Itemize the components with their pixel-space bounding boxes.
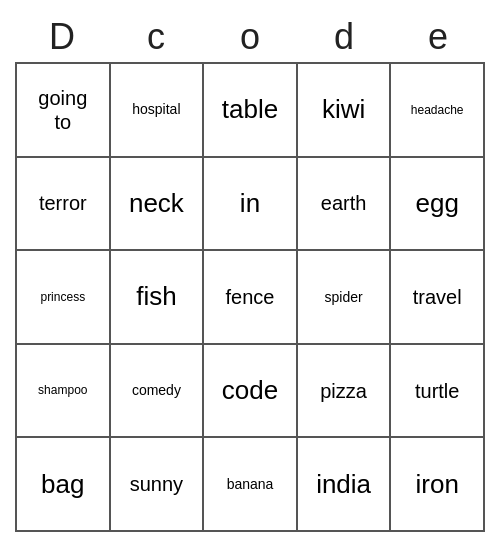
grid-cell-4-0: bag xyxy=(17,438,111,532)
cell-text-1-3: earth xyxy=(321,191,367,215)
grid-cell-3-1: comedy xyxy=(111,345,205,439)
grid-cell-0-3: kiwi xyxy=(298,64,392,158)
cell-text-0-0: goingto xyxy=(38,86,87,134)
cell-text-4-0: bag xyxy=(41,469,84,500)
grid-cell-0-4: headache xyxy=(391,64,485,158)
grid-cell-1-1: neck xyxy=(111,158,205,252)
cell-text-2-0: princess xyxy=(40,290,85,304)
grid-cell-1-3: earth xyxy=(298,158,392,252)
cell-text-4-3: india xyxy=(316,469,371,500)
grid-cell-2-0: princess xyxy=(17,251,111,345)
cell-text-0-4: headache xyxy=(411,103,464,117)
grid-cell-1-4: egg xyxy=(391,158,485,252)
header-letter-0: D xyxy=(15,16,109,58)
grid-cell-0-0: goingto xyxy=(17,64,111,158)
grid-cell-3-4: turtle xyxy=(391,345,485,439)
cell-text-3-0: shampoo xyxy=(38,383,87,397)
grid-cell-3-3: pizza xyxy=(298,345,392,439)
cell-text-2-1: fish xyxy=(136,281,176,312)
header-letter-2: o xyxy=(203,16,297,58)
cell-text-4-1: sunny xyxy=(130,472,183,496)
bingo-card: Dcode goingtohospitaltablekiwiheadachete… xyxy=(15,12,485,532)
header-letter-1: c xyxy=(109,16,203,58)
cell-text-1-1: neck xyxy=(129,188,184,219)
grid-cell-0-2: table xyxy=(204,64,298,158)
cell-text-2-4: travel xyxy=(413,285,462,309)
cell-text-0-2: table xyxy=(222,94,278,125)
bingo-header: Dcode xyxy=(15,12,485,62)
grid-cell-2-2: fence xyxy=(204,251,298,345)
cell-text-3-3: pizza xyxy=(320,379,367,403)
grid-cell-4-1: sunny xyxy=(111,438,205,532)
cell-text-1-4: egg xyxy=(415,188,458,219)
cell-text-3-2: code xyxy=(222,375,278,406)
cell-text-2-3: spider xyxy=(325,289,363,306)
cell-text-0-1: hospital xyxy=(132,101,180,118)
grid-cell-2-3: spider xyxy=(298,251,392,345)
cell-text-1-2: in xyxy=(240,188,260,219)
cell-text-4-2: banana xyxy=(227,476,274,493)
grid-cell-2-1: fish xyxy=(111,251,205,345)
header-letter-3: d xyxy=(297,16,391,58)
grid-cell-2-4: travel xyxy=(391,251,485,345)
grid-cell-4-2: banana xyxy=(204,438,298,532)
cell-text-3-1: comedy xyxy=(132,382,181,399)
grid-cell-4-4: iron xyxy=(391,438,485,532)
grid-cell-4-3: india xyxy=(298,438,392,532)
cell-text-3-4: turtle xyxy=(415,379,459,403)
grid-cell-3-0: shampoo xyxy=(17,345,111,439)
cell-text-0-3: kiwi xyxy=(322,94,365,125)
grid-cell-1-2: in xyxy=(204,158,298,252)
bingo-grid: goingtohospitaltablekiwiheadacheterrorne… xyxy=(15,62,485,532)
cell-text-1-0: terror xyxy=(39,191,87,215)
grid-cell-3-2: code xyxy=(204,345,298,439)
grid-cell-1-0: terror xyxy=(17,158,111,252)
header-letter-4: e xyxy=(391,16,485,58)
cell-text-2-2: fence xyxy=(226,285,275,309)
cell-text-4-4: iron xyxy=(416,469,459,500)
grid-cell-0-1: hospital xyxy=(111,64,205,158)
